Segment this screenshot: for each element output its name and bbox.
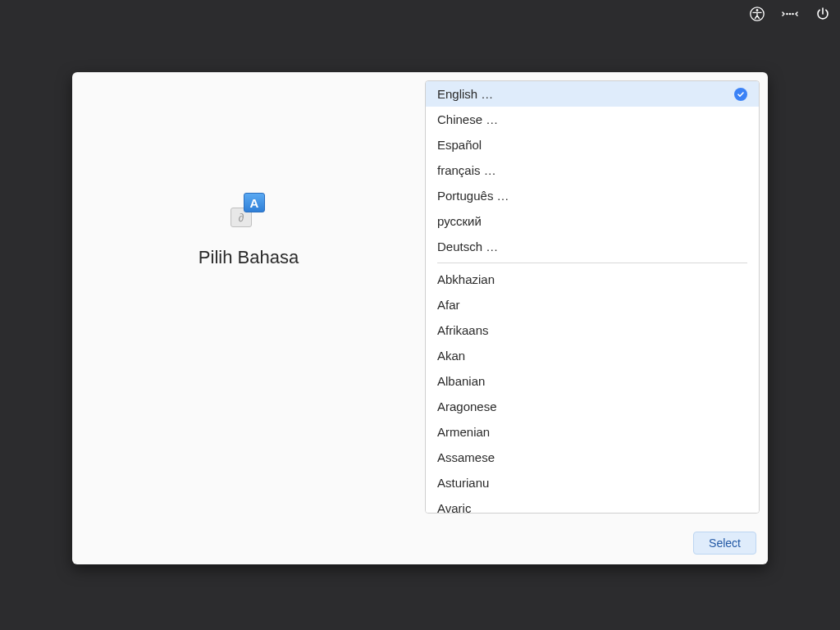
language-label: Aragonese (437, 398, 497, 415)
language-option[interactable]: Español (426, 132, 759, 158)
page-title: Pilih Bahasa (199, 247, 299, 268)
language-label: Chinese … (437, 111, 498, 128)
language-label: Español (437, 136, 482, 153)
language-option[interactable]: Avaric (426, 495, 759, 514)
language-option[interactable]: Akan (426, 343, 759, 368)
language-label: Albanian (437, 372, 485, 390)
select-button[interactable]: Select (693, 532, 756, 555)
language-label: Assamese (437, 449, 495, 466)
checkmark-icon (734, 88, 747, 101)
language-label: français … (437, 162, 496, 179)
accessibility-icon[interactable] (748, 5, 766, 23)
svg-point-3 (789, 13, 792, 16)
language-label: русский (437, 212, 482, 230)
power-icon[interactable] (814, 5, 832, 23)
language-label: Afar (437, 296, 460, 313)
language-icon-front: A (244, 193, 265, 212)
language-option[interactable]: Asturianu (426, 470, 759, 495)
svg-point-2 (786, 13, 788, 16)
language-option[interactable]: Aragonese (426, 394, 759, 419)
language-option[interactable]: Chinese … (426, 107, 759, 132)
language-option[interactable]: Armenian (426, 419, 759, 445)
language-option[interactable]: Deutsch … (426, 234, 759, 259)
language-option[interactable]: français … (426, 158, 759, 183)
top-bar (748, 5, 832, 23)
language-option[interactable]: Assamese (426, 445, 759, 470)
language-selection-panel: ∂ A Pilih Bahasa English …Chinese …Españ… (72, 72, 768, 564)
panel-footer: Select (72, 522, 768, 564)
language-label: Afrikaans (437, 322, 489, 339)
language-label: Asturianu (437, 474, 489, 491)
panel-body: ∂ A Pilih Bahasa English …Chinese …Españ… (72, 72, 768, 522)
language-icon: ∂ A (234, 194, 263, 224)
language-label: Armenian (437, 423, 490, 441)
language-label: Avaric (437, 500, 471, 514)
language-label: Português … (437, 187, 509, 204)
language-option[interactable]: Português … (426, 183, 759, 208)
list-divider (437, 262, 747, 263)
language-option[interactable]: Abkhazian (426, 267, 759, 292)
language-option[interactable]: Afar (426, 292, 759, 317)
language-label: Deutsch … (437, 238, 498, 255)
language-option[interactable]: Albanian (426, 368, 759, 394)
language-list[interactable]: English …Chinese …Españolfrançais …Portu… (425, 80, 760, 514)
language-option[interactable]: English … (426, 81, 759, 107)
svg-point-4 (792, 13, 794, 16)
svg-point-1 (756, 9, 759, 11)
language-label: Akan (437, 347, 465, 364)
language-label: Abkhazian (437, 271, 495, 288)
network-icon[interactable] (781, 5, 799, 23)
left-pane: ∂ A Pilih Bahasa (72, 72, 425, 522)
language-option[interactable]: Afrikaans (426, 317, 759, 343)
language-option[interactable]: русский (426, 208, 759, 234)
language-label: English … (437, 85, 493, 103)
